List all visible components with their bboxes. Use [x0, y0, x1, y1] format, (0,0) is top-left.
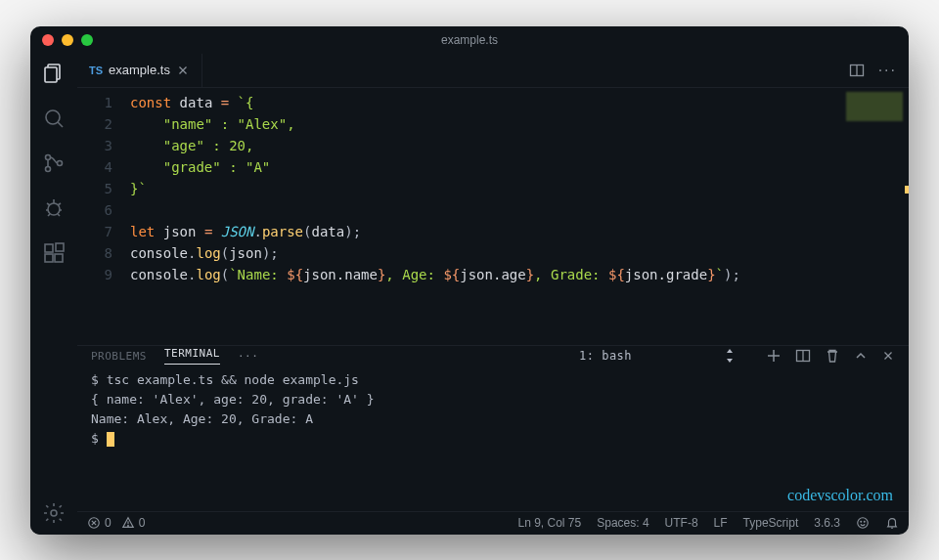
minimap[interactable] — [840, 88, 909, 345]
svg-point-4 — [46, 154, 51, 159]
svg-rect-16 — [45, 254, 53, 262]
code-content[interactable]: const data = `{ "name" : "Alex", "age" :… — [130, 92, 840, 345]
svg-rect-15 — [45, 244, 53, 252]
svg-point-6 — [58, 160, 63, 165]
status-bar: 0 0 Ln 9, Col 75 Spaces: 4 UTF-8 LF Type… — [77, 511, 909, 535]
svg-point-36 — [861, 521, 862, 522]
tab-bar: TS example.ts ··· — [77, 54, 909, 88]
window-title: example.ts — [30, 33, 909, 47]
tab-label: example.ts — [109, 63, 170, 77]
close-tab-icon[interactable] — [176, 64, 190, 77]
minimize-window-button[interactable] — [62, 34, 73, 46]
warning-icon — [121, 516, 135, 530]
notifications-bell-icon[interactable] — [885, 516, 899, 530]
bottom-panel: PROBLEMS TERMINAL ··· 1: bash — [77, 345, 909, 511]
editor-actions: ··· — [837, 54, 909, 87]
svg-point-5 — [46, 166, 51, 171]
status-language[interactable]: TypeScript — [743, 516, 799, 530]
explorer-icon[interactable] — [42, 62, 66, 85]
svg-line-14 — [58, 214, 60, 216]
split-terminal-icon[interactable] — [795, 348, 811, 364]
error-icon — [87, 516, 101, 530]
status-ts-version[interactable]: 3.6.3 — [814, 516, 840, 530]
status-encoding[interactable]: UTF-8 — [665, 516, 698, 530]
status-eol[interactable]: LF — [714, 516, 728, 530]
terminal-output[interactable]: $ tsc example.ts && node example.js{ nam… — [77, 366, 909, 511]
svg-point-2 — [46, 110, 60, 124]
panel-tab-terminal[interactable]: TERMINAL — [164, 347, 220, 365]
tab-example-ts[interactable]: TS example.ts — [77, 54, 202, 87]
status-indent[interactable]: Spaces: 4 — [597, 516, 648, 530]
select-chevrons-icon — [725, 349, 735, 363]
line-number-gutter: 1 2 3 4 5 6 7 8 9 — [77, 92, 130, 345]
svg-line-3 — [58, 122, 63, 127]
extensions-icon[interactable] — [42, 241, 66, 265]
terminal-actions — [766, 348, 895, 364]
status-problems[interactable]: 0 0 — [87, 516, 145, 530]
source-control-icon[interactable] — [42, 151, 66, 175]
workbench-body: TS example.ts ··· 1 2 3 4 5 6 7 8 9 — [30, 54, 909, 535]
svg-line-13 — [48, 214, 50, 216]
panel-tabs: PROBLEMS TERMINAL ··· 1: bash — [77, 346, 909, 366]
settings-gear-icon[interactable] — [42, 501, 66, 525]
maximize-panel-icon[interactable] — [854, 349, 868, 363]
more-actions-icon[interactable]: ··· — [878, 62, 897, 79]
split-editor-icon[interactable] — [849, 63, 865, 78]
svg-line-10 — [58, 203, 61, 205]
vscode-window: example.ts — [30, 26, 909, 535]
svg-point-19 — [51, 510, 57, 516]
feedback-icon[interactable] — [856, 516, 870, 530]
terminal-cursor — [107, 432, 114, 447]
svg-point-37 — [864, 521, 865, 522]
svg-rect-17 — [55, 254, 63, 262]
svg-line-9 — [47, 203, 50, 205]
terminal-selector[interactable]: 1: bash — [578, 349, 735, 363]
close-panel-icon[interactable] — [881, 349, 895, 363]
maximize-window-button[interactable] — [81, 34, 93, 46]
close-window-button[interactable] — [42, 34, 54, 46]
text-editor[interactable]: 1 2 3 4 5 6 7 8 9 const data = `{ "name"… — [77, 88, 840, 345]
debug-icon[interactable] — [42, 196, 66, 220]
activity-bar — [30, 54, 77, 535]
titlebar: example.ts — [30, 26, 909, 54]
panel-tab-problems[interactable]: PROBLEMS — [91, 350, 147, 363]
terminal-selector-label: 1: bash — [579, 349, 632, 363]
editor-area: 1 2 3 4 5 6 7 8 9 const data = `{ "name"… — [77, 88, 909, 345]
svg-rect-1 — [45, 67, 57, 82]
svg-point-34 — [127, 526, 128, 527]
svg-rect-18 — [56, 243, 64, 251]
search-icon[interactable] — [42, 107, 66, 130]
kill-terminal-icon[interactable] — [825, 348, 840, 364]
traffic-lights — [42, 34, 93, 46]
svg-point-35 — [858, 518, 869, 529]
panel-more-icon[interactable]: ··· — [238, 350, 258, 363]
new-terminal-icon[interactable] — [766, 348, 782, 364]
status-lncol[interactable]: Ln 9, Col 75 — [517, 516, 581, 530]
watermark: codevscolor.com — [787, 486, 893, 505]
editor-group: TS example.ts ··· 1 2 3 4 5 6 7 8 9 — [77, 54, 909, 535]
typescript-badge-icon: TS — [89, 65, 103, 76]
